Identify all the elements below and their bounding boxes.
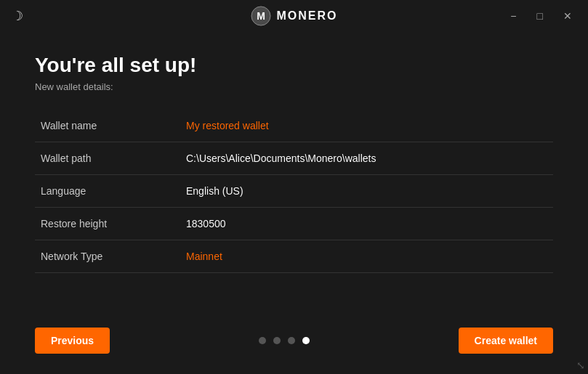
pagination-dots — [259, 337, 310, 344]
resize-handle[interactable]: ⤡ — [576, 359, 585, 371]
detail-value: My restored wallet — [180, 110, 553, 142]
titlebar: ☽ M MONERO − □ ✕ — [0, 0, 588, 32]
detail-value: English (US) — [180, 175, 553, 208]
detail-value: C:\Users\Alice\Documents\Monero\wallets — [180, 142, 553, 175]
detail-label: Network Type — [35, 240, 180, 273]
moon-icon: ☽ — [12, 8, 23, 24]
pagination-dot — [259, 337, 266, 344]
detail-label: Wallet path — [35, 142, 180, 175]
detail-value: 1830500 — [180, 208, 553, 240]
svg-text:M: M — [257, 10, 265, 22]
detail-label: Language — [35, 175, 180, 208]
app-title: MONERO — [277, 9, 338, 23]
detail-label: Wallet name — [35, 110, 180, 142]
table-row: Wallet nameMy restored wallet — [35, 110, 553, 142]
main-content: You're all set up! New wallet details: W… — [0, 32, 588, 288]
wallet-details-table: Wallet nameMy restored walletWallet path… — [35, 110, 553, 273]
pagination-dot — [288, 337, 295, 344]
maximize-button[interactable]: □ — [533, 9, 547, 23]
detail-value: Mainnet — [180, 240, 553, 273]
monero-logo-icon: M — [251, 6, 271, 26]
titlebar-center: M MONERO — [251, 6, 338, 26]
pagination-dot — [302, 337, 310, 344]
table-row: Network TypeMainnet — [35, 240, 553, 273]
create-wallet-button[interactable]: Create wallet — [459, 328, 553, 354]
page-subtitle: New wallet details: — [35, 81, 553, 92]
titlebar-controls: − □ ✕ — [506, 9, 576, 23]
titlebar-left: ☽ — [12, 8, 23, 24]
previous-button[interactable]: Previous — [35, 328, 110, 354]
footer: Previous Create wallet — [0, 313, 588, 374]
page-title: You're all set up! — [35, 54, 553, 77]
table-row: Wallet pathC:\Users\Alice\Documents\Mone… — [35, 142, 553, 175]
detail-label: Restore height — [35, 208, 180, 240]
pagination-dot — [273, 337, 281, 344]
close-button[interactable]: ✕ — [559, 9, 576, 23]
minimize-button[interactable]: − — [506, 9, 520, 23]
table-row: Restore height1830500 — [35, 208, 553, 240]
table-row: LanguageEnglish (US) — [35, 175, 553, 208]
